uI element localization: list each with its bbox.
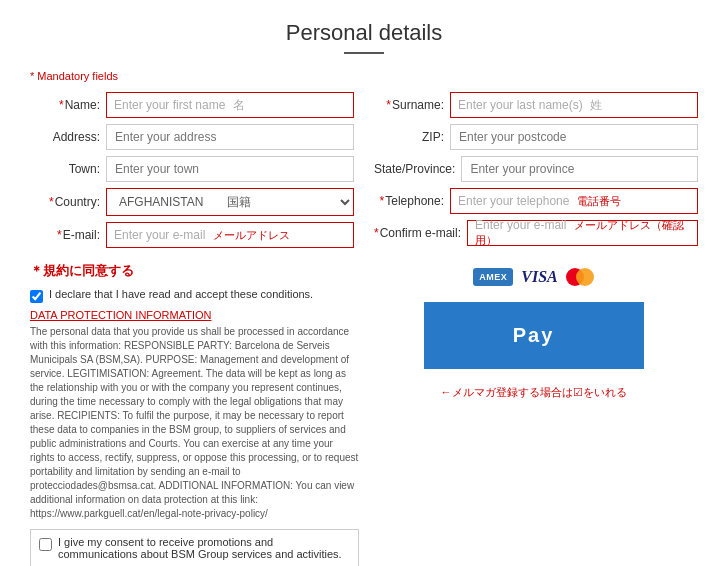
country-field-row: Country: AFGHANISTAN 国籍 [30,188,354,216]
name-field-row: Name: Enter your first name 名 [30,92,354,118]
confirm-email-input[interactable] [467,220,698,246]
address-field-row: Address: [30,124,354,150]
name-input[interactable] [106,92,354,118]
surname-label: Surname: [374,98,444,112]
payment-logos: AMEX VISA [473,268,593,286]
mc-circle-orange [576,268,594,286]
title-divider [344,52,384,54]
data-protection-text: The personal data that you provide us sh… [30,325,359,521]
town-label: Town: [30,162,100,176]
pay-button[interactable]: Pay [424,302,644,369]
zip-field-row: ZIP: [374,124,698,150]
page-title: Personal details [30,20,698,46]
address-label: Address: [30,130,100,144]
telephone-field-row: Telephone: Enter your telephone 電話番号 [374,188,698,214]
confirm-email-field-row: Confirm e-mail: Enter your e-mail メールアドレ… [374,220,698,246]
state-input[interactable] [461,156,698,182]
data-protection-link[interactable]: DATA PROTECTION INFORMATION [30,309,359,321]
address-input[interactable] [106,124,354,150]
consent-label: I give my consent to receive promotions … [58,536,350,560]
town-field-row: Town: [30,156,354,182]
email-input[interactable] [106,222,354,248]
accept-checkbox[interactable] [30,290,43,303]
accept-label: I declare that I have read and accept th… [49,288,313,300]
payment-section: AMEX VISA Pay ←メルマガ登録する場合は☑をいれる [369,262,698,566]
country-select[interactable]: AFGHANISTAN 国籍 [106,188,354,216]
state-field-row: State/Province: [374,156,698,182]
telephone-input[interactable] [450,188,698,214]
state-label: State/Province: [374,162,455,176]
accept-conditions-row: I declare that I have read and accept th… [30,288,359,303]
zip-label: ZIP: [374,130,444,144]
agreement-title: ＊規約に同意する [30,262,359,280]
consent-checkbox[interactable] [39,538,52,551]
mastercard-logo [566,268,594,286]
email-field-row: E-mail: Enter your e-mail メールアドレス [30,222,354,248]
visa-logo: VISA [521,268,557,286]
telephone-label: Telephone: [374,194,444,208]
surname-field-row: Surname: Enter your last name(s) 姓 [374,92,698,118]
surname-input[interactable] [450,92,698,118]
agreement-section: ＊規約に同意する I declare that I have read and … [30,262,359,566]
consent-box: I give my consent to receive promotions … [30,529,359,566]
amex-logo: AMEX [473,268,513,286]
email-label: E-mail: [30,228,100,242]
mandatory-note: * Mandatory fields [30,70,698,82]
confirm-email-label: Confirm e-mail: [374,226,461,240]
newsletter-note: ←メルマガ登録する場合は☑をいれる [441,385,627,400]
zip-input[interactable] [450,124,698,150]
town-input[interactable] [106,156,354,182]
country-label: Country: [30,195,100,209]
name-label: Name: [30,98,100,112]
